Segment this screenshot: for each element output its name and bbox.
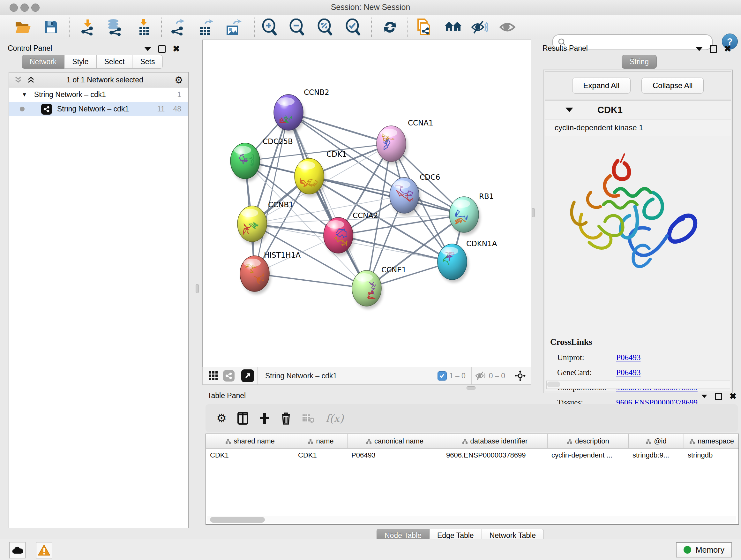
network-collection-row[interactable]: ▼ String Network – cdk1 1: [9, 87, 188, 102]
network-canvas[interactable]: CCNB2CCNA1CDC25BCDK1CDC6RB1CCNB1CCNA2CDK…: [202, 40, 531, 367]
tab-string[interactable]: String: [622, 55, 657, 69]
delete-column-trash-icon[interactable]: [281, 412, 291, 425]
refresh-button[interactable]: [381, 18, 399, 36]
zoom-in-button[interactable]: [260, 18, 278, 36]
first-neighbors-button[interactable]: [444, 18, 462, 36]
expand-all-icon[interactable]: [27, 76, 35, 84]
hide-selected-button[interactable]: [470, 18, 488, 36]
float-panel-icon[interactable]: [158, 45, 165, 53]
column-header[interactable]: database identifier: [442, 434, 548, 448]
zoom-out-button[interactable]: [288, 18, 306, 36]
table-header-row: shared namenamecanonical namedatabase id…: [206, 434, 738, 449]
export-network-icon: [170, 19, 185, 36]
export-image-icon: [225, 18, 242, 36]
current-network-name: String Network – cdk1: [265, 372, 437, 380]
gear-icon[interactable]: ⚙: [175, 74, 183, 85]
right-splitter-handle[interactable]: [532, 208, 535, 217]
function-builder-icon[interactable]: f(x): [326, 412, 344, 425]
network-graph[interactable]: CCNB2CCNA1CDC25BCDK1CDC6RB1CCNB1CCNA2CDK…: [203, 40, 531, 367]
panel-menu-icon[interactable]: [144, 47, 151, 51]
table-row[interactable]: CDK1CDK1P064939606.ENSP00000378699cyclin…: [206, 449, 738, 462]
table-cell: stringdb:9...: [629, 451, 684, 459]
column-header[interactable]: name: [294, 434, 347, 448]
open-in-window-icon[interactable]: [241, 369, 254, 382]
column-header[interactable]: namespace: [684, 434, 739, 448]
show-columns-icon[interactable]: [238, 412, 248, 425]
import-network-from-database-button[interactable]: [105, 18, 123, 36]
column-header[interactable]: canonical name: [347, 434, 442, 448]
copy-documents-icon: [415, 18, 432, 37]
tab-network[interactable]: Network: [22, 55, 64, 69]
memory-status-icon: [684, 546, 691, 554]
import-table-button[interactable]: [135, 18, 153, 36]
database-network-icon: [106, 18, 123, 36]
float-panel-icon[interactable]: [715, 393, 722, 400]
panel-menu-icon[interactable]: [696, 47, 703, 51]
open-session-button[interactable]: [14, 18, 32, 36]
zoom-in-icon: [261, 18, 278, 36]
svg-text:RB1: RB1: [479, 192, 494, 200]
table-settings-gear-icon[interactable]: ⚙: [216, 412, 226, 425]
results-panel: Results Panel ✖ String Expand All Collap…: [539, 42, 737, 393]
close-panel-icon[interactable]: ✖: [173, 45, 180, 53]
control-panel-title: Control Panel: [8, 44, 52, 53]
collapse-all-icon[interactable]: [14, 76, 22, 84]
delete-table-icon[interactable]: [302, 413, 315, 423]
table-horizontal-scrollbar[interactable]: [207, 516, 736, 523]
window-title: Session: New Session: [0, 3, 741, 12]
close-panel-icon[interactable]: ✖: [724, 45, 731, 53]
collapse-all-button[interactable]: Collapse All: [642, 78, 704, 94]
show-all-button[interactable]: [498, 18, 516, 36]
table-cell: stringdb: [684, 451, 739, 459]
import-network-icon: [79, 19, 95, 36]
tab-sets[interactable]: Sets: [132, 55, 163, 69]
collapse-section-icon[interactable]: [565, 108, 573, 112]
table-cell: CDK1: [294, 451, 347, 459]
crosslink-row: GeneCard:P06493: [550, 368, 725, 377]
results-panel-tabs: String: [622, 55, 657, 69]
memory-button[interactable]: Memory: [676, 542, 732, 557]
export-network-button[interactable]: [169, 18, 186, 36]
network-list-toolbar: 1 of 1 Network selected ⚙: [9, 72, 188, 87]
pan-mode-icon[interactable]: [515, 370, 526, 381]
network-row[interactable]: String Network – cdk1 11 48: [9, 102, 188, 116]
svg-text:CDKN1A: CDKN1A: [466, 240, 497, 248]
hidden-eye-icon[interactable]: [475, 371, 486, 381]
zoom-fit-button[interactable]: [316, 18, 334, 36]
node-table: shared namenamecanonical namedatabase id…: [205, 434, 739, 525]
column-header[interactable]: shared name: [206, 434, 294, 448]
tab-select[interactable]: Select: [97, 55, 133, 69]
protein-card-scrollbar[interactable]: [546, 381, 730, 389]
zoom-selected-button[interactable]: [344, 18, 362, 36]
import-network-button[interactable]: [78, 18, 96, 36]
save-session-button[interactable]: [42, 18, 60, 36]
add-column-icon[interactable]: [259, 412, 270, 424]
close-panel-icon[interactable]: ✖: [729, 392, 737, 401]
collection-expander-icon[interactable]: ▼: [22, 91, 27, 98]
column-header[interactable]: description: [548, 434, 629, 448]
export-table-button[interactable]: [197, 18, 214, 36]
tab-style[interactable]: Style: [64, 55, 96, 69]
control-panel: Control Panel ✖ NetworkStyleSelectSets 1…: [4, 42, 189, 530]
crosslink-link[interactable]: P06493: [616, 368, 641, 377]
export-image-button[interactable]: [225, 18, 243, 36]
warnings-button[interactable]: [36, 542, 52, 558]
column-type-icon: [462, 438, 468, 444]
expand-all-button[interactable]: Expand All: [572, 78, 630, 94]
results-panel-title: Results Panel: [542, 44, 588, 53]
crosslink-link[interactable]: P06493: [616, 353, 641, 362]
table-panel-title: Table Panel: [207, 391, 246, 400]
cloud-button[interactable]: [9, 542, 25, 558]
float-panel-icon[interactable]: [710, 45, 717, 53]
selected-checkbox-icon[interactable]: [437, 371, 447, 381]
panel-menu-icon[interactable]: [702, 395, 708, 398]
column-header[interactable]: @id: [629, 434, 684, 448]
string-results-actions: Expand All Collapse All: [545, 71, 731, 100]
status-bar: Memory: [0, 539, 741, 560]
network-node-CCNB2: CCNB2: [274, 88, 329, 133]
grid-view-icon[interactable]: [208, 371, 219, 381]
left-splitter-handle[interactable]: [196, 284, 199, 293]
network-view-icon[interactable]: [223, 370, 234, 381]
copy-network-button[interactable]: [415, 18, 433, 36]
houses-icon: [444, 20, 462, 35]
